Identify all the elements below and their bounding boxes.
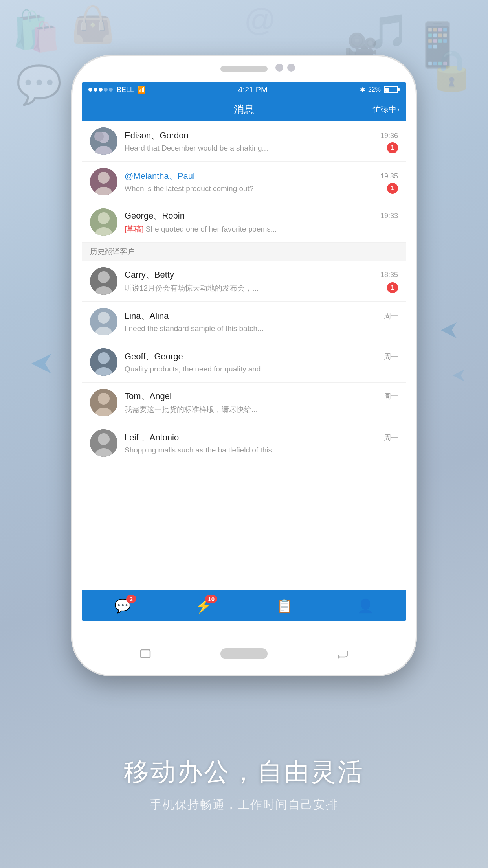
phone-screen: BELL 📶 4:21 PM ✱ 22% 消息 — [82, 82, 406, 621]
phone-camera — [275, 64, 283, 72]
signal-dot-2 — [94, 88, 97, 92]
msg-content-3: George、Robin 19:33 [草稿] She quoted one o… — [125, 210, 398, 234]
hist-content-1: Carry、Betty 18:35 听说12月份会有场惊天动地的发布会，... — [125, 269, 398, 293]
deco-plane-3 — [453, 370, 464, 383]
avatar-4 — [90, 267, 117, 295]
avatar-3 — [90, 208, 117, 236]
tasks-icon: 📋 — [276, 598, 293, 614]
back-button[interactable] — [135, 643, 156, 664]
hist-preview-1: 听说12月份会有场惊天动地的发布会，... — [125, 283, 398, 293]
section-header: 历史翻译客户 — [82, 243, 406, 261]
svg-rect-28 — [141, 650, 150, 658]
battery-indicator — [384, 86, 400, 93]
home-button[interactable] — [220, 648, 268, 659]
history-item-5[interactable]: Leif 、Antonio 周一 Shopping malls such as … — [82, 423, 406, 463]
page-title: 消息 — [234, 103, 254, 116]
status-left: BELL 📶 — [88, 85, 146, 94]
message-item-1[interactable]: Edison、Gordon 19:36 Heard that December … — [82, 121, 406, 162]
hist-header-4: Tom、Angel 周一 — [125, 390, 398, 402]
history-item-2[interactable]: Lina、Alina 周一 I need the standard sample… — [82, 302, 406, 342]
msg-name-2: @Melantha、Paul — [125, 170, 195, 182]
deco-plane-2 — [441, 322, 457, 340]
hist-name-3: Geoff、George — [125, 351, 183, 362]
hist-preview-2: I need the standard sample of this batch… — [125, 324, 398, 333]
battery-tip — [398, 88, 400, 91]
message-item-2[interactable]: @Melantha、Paul 19:35 When is the latest … — [82, 162, 406, 202]
svg-point-17 — [98, 312, 110, 324]
msg-time-2: 19:35 — [380, 172, 398, 180]
status-bar: BELL 📶 4:21 PM ✱ 22% — [82, 82, 406, 97]
msg-name-1: Edison、Gordon — [125, 130, 189, 142]
tab-activity[interactable]: ⚡ 10 — [195, 598, 212, 614]
hist-header-3: Geoff、George 周一 — [125, 351, 398, 362]
hist-time-4: 周一 — [384, 392, 398, 401]
hist-name-4: Tom、Angel — [125, 390, 172, 402]
svg-point-6 — [94, 132, 104, 141]
avatar-5 — [90, 308, 117, 335]
history-item-3[interactable]: Geoff、George 周一 Quality products, the ne… — [82, 342, 406, 383]
avatar-7 — [90, 389, 117, 416]
phone-bottom-controls — [71, 643, 417, 664]
svg-point-23 — [98, 393, 110, 405]
svg-marker-0 — [31, 354, 51, 373]
return-button[interactable] — [332, 643, 353, 664]
hist-content-5: Leif 、Antonio 周一 Shopping malls such as … — [125, 432, 398, 454]
msg-preview-2: When is the latest product coming out? — [125, 184, 398, 193]
svg-marker-1 — [441, 322, 457, 338]
hist-preview-4: 我需要这一批货的标准样版，请尽快给... — [125, 405, 398, 415]
hist-time-3: 周一 — [384, 352, 398, 361]
hist-time-5: 周一 — [384, 433, 398, 442]
tab-messages-icon-wrap: 💬 3 — [114, 598, 131, 614]
phone-speaker — [220, 66, 268, 72]
svg-point-14 — [98, 271, 110, 283]
message-item-3[interactable]: George、Robin 19:33 [草稿] She quoted one o… — [82, 202, 406, 243]
hist-content-4: Tom、Angel 周一 我需要这一批货的标准样版，请尽快给... — [125, 390, 398, 415]
chevron-right-icon: › — [397, 105, 400, 114]
title-bar: 消息 忙碌中 › — [82, 97, 406, 121]
avatar-2 — [90, 168, 117, 195]
main-tagline: 移动办公，自由灵活 — [0, 755, 488, 789]
svg-point-8 — [98, 172, 110, 184]
msg-preview-text-3: She quoted one of her favorite poems... — [146, 225, 277, 233]
phone-frame: BELL 📶 4:21 PM ✱ 22% 消息 — [71, 55, 417, 676]
hist-time-1: 18:35 — [380, 271, 398, 279]
activity-badge: 10 — [205, 595, 217, 603]
status-right: ✱ 22% — [360, 86, 400, 94]
msg-content-1: Edison、Gordon 19:36 Heard that December … — [125, 130, 398, 153]
msg-header-3: George、Robin 19:33 — [125, 210, 398, 222]
hist-content-3: Geoff、George 周一 Quality products, the ne… — [125, 351, 398, 373]
msg-header-2: @Melantha、Paul 19:35 — [125, 170, 398, 182]
phone-body: BELL 📶 4:21 PM ✱ 22% 消息 — [71, 55, 417, 676]
tab-tasks[interactable]: 📋 — [276, 598, 293, 614]
hist-header-2: Lina、Alina 周一 — [125, 310, 398, 322]
msg-name-3: George、Robin — [125, 210, 185, 222]
hist-header-1: Carry、Betty 18:35 — [125, 269, 398, 281]
sub-tagline: 手机保持畅通，工作时间自己安排 — [0, 797, 488, 813]
hist-preview-3: Quality products, the need for quality a… — [125, 365, 398, 373]
signal-dot-4 — [104, 88, 108, 92]
profile-icon: 👤 — [357, 598, 374, 614]
tab-bar: 💬 3 ⚡ 10 📋 👤 — [82, 590, 406, 621]
draft-label: [草稿] — [125, 225, 144, 233]
svg-point-20 — [98, 352, 110, 364]
msg-time-1: 19:36 — [380, 132, 398, 140]
history-item-1[interactable]: Carry、Betty 18:35 听说12月份会有场惊天动地的发布会，... … — [82, 261, 406, 302]
battery-fill — [385, 88, 389, 92]
avatar-1 — [90, 127, 117, 155]
title-right-action[interactable]: 忙碌中 › — [373, 104, 400, 115]
hist-preview-5: Shopping malls such as the battlefield o… — [125, 446, 398, 454]
hist-name-1: Carry、Betty — [125, 269, 174, 281]
hist-badge-1: 1 — [387, 282, 398, 293]
history-item-4[interactable]: Tom、Angel 周一 我需要这一批货的标准样版，请尽快给... — [82, 383, 406, 423]
avatar-6 — [90, 348, 117, 376]
hist-name-5: Leif 、Antonio — [125, 432, 179, 443]
tab-profile[interactable]: 👤 — [357, 598, 374, 614]
hist-header-5: Leif 、Antonio 周一 — [125, 432, 398, 443]
signal-dot-1 — [88, 88, 92, 92]
phone-camera-2 — [287, 64, 295, 72]
avatar-8 — [90, 429, 117, 457]
msg-header-1: Edison、Gordon 19:36 — [125, 130, 398, 142]
msg-content-2: @Melantha、Paul 19:35 When is the latest … — [125, 170, 398, 193]
svg-point-26 — [98, 433, 110, 445]
tab-messages[interactable]: 💬 3 — [114, 598, 131, 614]
